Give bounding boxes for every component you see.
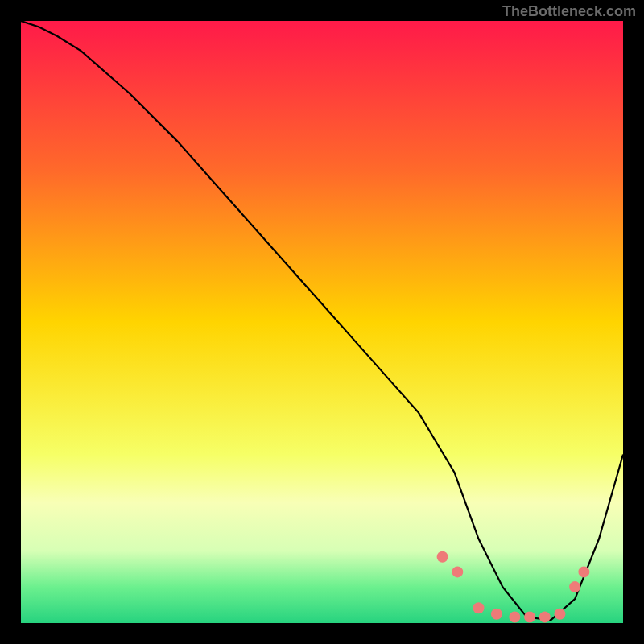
- marker-dot: [491, 609, 502, 620]
- marker-group: [437, 551, 590, 623]
- marker-dot: [569, 581, 580, 592]
- chart-overlay: [21, 21, 623, 623]
- main-curve: [21, 21, 623, 620]
- marker-dot: [473, 602, 484, 613]
- chart-container: TheBottleneck.com: [0, 0, 644, 644]
- marker-dot: [578, 566, 589, 577]
- marker-dot: [437, 551, 448, 563]
- marker-dot: [524, 612, 535, 623]
- marker-dot: [452, 566, 463, 577]
- marker-dot: [509, 612, 520, 623]
- marker-dot: [539, 612, 551, 623]
- watermark-text: TheBottleneck.com: [502, 3, 636, 20]
- marker-dot: [554, 609, 565, 620]
